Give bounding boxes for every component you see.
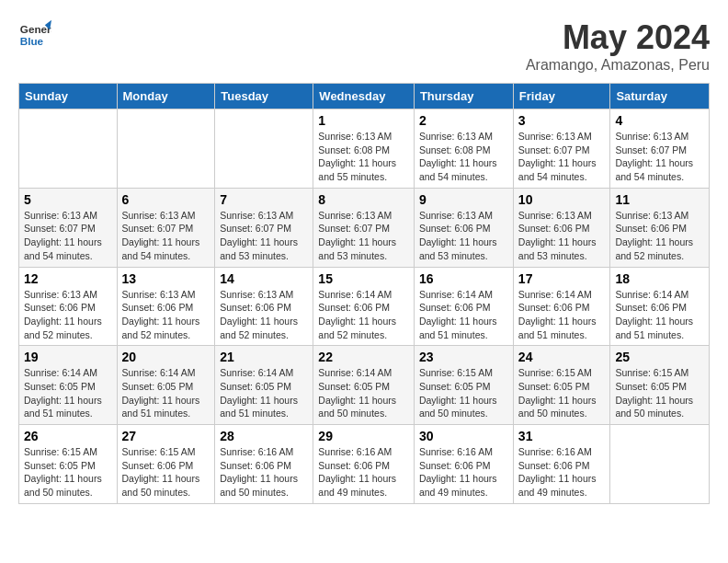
calendar-cell: 16Sunrise: 6:14 AMSunset: 6:06 PMDayligh… xyxy=(414,267,513,346)
cell-info: Sunrise: 6:13 AMSunset: 6:08 PMDaylight:… xyxy=(318,130,409,184)
calendar-cell: 8Sunrise: 6:13 AMSunset: 6:07 PMDaylight… xyxy=(313,188,415,267)
calendar-week-5: 26Sunrise: 6:15 AMSunset: 6:05 PMDayligh… xyxy=(19,425,710,504)
cell-info: Sunrise: 6:13 AMSunset: 6:06 PMDaylight:… xyxy=(518,209,606,263)
cell-info: Sunrise: 6:13 AMSunset: 6:07 PMDaylight:… xyxy=(318,209,409,263)
day-number: 21 xyxy=(220,350,308,364)
day-number: 2 xyxy=(419,113,508,128)
day-number: 30 xyxy=(419,429,508,443)
calendar-cell: 25Sunrise: 6:15 AMSunset: 6:05 PMDayligh… xyxy=(610,346,710,425)
cell-info: Sunrise: 6:14 AMSunset: 6:05 PMDaylight:… xyxy=(122,366,210,420)
day-number: 12 xyxy=(24,271,112,286)
calendar-header: SundayMondayTuesdayWednesdayThursdayFrid… xyxy=(19,84,710,109)
title-block: May 2024 Aramango, Amazonas, Peru xyxy=(526,18,710,74)
calendar-cell: 11Sunrise: 6:13 AMSunset: 6:06 PMDayligh… xyxy=(610,188,710,267)
day-number: 11 xyxy=(615,192,704,207)
calendar-cell xyxy=(117,109,215,189)
day-number: 5 xyxy=(24,192,112,207)
cell-info: Sunrise: 6:14 AMSunset: 6:06 PMDaylight:… xyxy=(615,288,704,342)
day-number: 17 xyxy=(518,271,606,286)
cell-info: Sunrise: 6:13 AMSunset: 6:06 PMDaylight:… xyxy=(220,288,308,342)
day-number: 23 xyxy=(419,350,508,364)
cell-info: Sunrise: 6:14 AMSunset: 6:06 PMDaylight:… xyxy=(419,288,508,342)
location: Aramango, Amazonas, Peru xyxy=(526,57,710,74)
calendar-cell: 28Sunrise: 6:16 AMSunset: 6:06 PMDayligh… xyxy=(215,425,313,504)
cell-info: Sunrise: 6:14 AMSunset: 6:05 PMDaylight:… xyxy=(318,366,409,420)
calendar-cell: 7Sunrise: 6:13 AMSunset: 6:07 PMDaylight… xyxy=(215,188,313,267)
day-number: 28 xyxy=(220,429,308,443)
cell-info: Sunrise: 6:13 AMSunset: 6:06 PMDaylight:… xyxy=(615,209,704,263)
day-number: 26 xyxy=(24,429,112,443)
day-number: 20 xyxy=(122,350,210,364)
calendar-cell: 4Sunrise: 6:13 AMSunset: 6:07 PMDaylight… xyxy=(610,109,710,189)
cell-info: Sunrise: 6:15 AMSunset: 6:06 PMDaylight:… xyxy=(122,445,210,500)
day-number: 24 xyxy=(518,350,606,364)
calendar-week-4: 19Sunrise: 6:14 AMSunset: 6:05 PMDayligh… xyxy=(19,346,710,425)
calendar-cell: 14Sunrise: 6:13 AMSunset: 6:06 PMDayligh… xyxy=(215,267,313,346)
calendar-cell: 12Sunrise: 6:13 AMSunset: 6:06 PMDayligh… xyxy=(19,267,118,346)
calendar-cell xyxy=(19,109,118,189)
day-header-monday: Monday xyxy=(117,84,215,109)
calendar-cell: 9Sunrise: 6:13 AMSunset: 6:06 PMDaylight… xyxy=(414,188,513,267)
calendar-cell: 10Sunrise: 6:13 AMSunset: 6:06 PMDayligh… xyxy=(513,188,610,267)
day-number: 16 xyxy=(419,271,508,286)
cell-info: Sunrise: 6:16 AMSunset: 6:06 PMDaylight:… xyxy=(318,445,409,500)
cell-info: Sunrise: 6:13 AMSunset: 6:08 PMDaylight:… xyxy=(419,130,508,184)
calendar-cell: 19Sunrise: 6:14 AMSunset: 6:05 PMDayligh… xyxy=(19,346,118,425)
cell-info: Sunrise: 6:16 AMSunset: 6:06 PMDaylight:… xyxy=(220,445,308,500)
calendar-cell: 6Sunrise: 6:13 AMSunset: 6:07 PMDaylight… xyxy=(117,188,215,267)
calendar-cell: 15Sunrise: 6:14 AMSunset: 6:06 PMDayligh… xyxy=(313,267,415,346)
day-header-saturday: Saturday xyxy=(610,84,710,109)
day-number: 29 xyxy=(318,429,409,443)
day-header-friday: Friday xyxy=(513,84,610,109)
calendar-cell: 29Sunrise: 6:16 AMSunset: 6:06 PMDayligh… xyxy=(313,425,415,504)
day-number: 25 xyxy=(615,350,704,364)
day-number: 19 xyxy=(24,350,112,364)
calendar-cell: 30Sunrise: 6:16 AMSunset: 6:06 PMDayligh… xyxy=(414,425,513,504)
day-number: 10 xyxy=(518,192,606,207)
calendar-cell: 22Sunrise: 6:14 AMSunset: 6:05 PMDayligh… xyxy=(313,346,415,425)
cell-info: Sunrise: 6:16 AMSunset: 6:06 PMDaylight:… xyxy=(518,445,606,500)
logo-icon: General Blue xyxy=(18,18,51,52)
cell-info: Sunrise: 6:13 AMSunset: 6:06 PMDaylight:… xyxy=(122,288,210,342)
day-number: 18 xyxy=(615,271,704,286)
day-header-thursday: Thursday xyxy=(414,84,513,109)
day-header-wednesday: Wednesday xyxy=(313,84,415,109)
calendar-cell: 2Sunrise: 6:13 AMSunset: 6:08 PMDaylight… xyxy=(414,109,513,189)
day-number: 1 xyxy=(318,113,409,128)
calendar-cell: 26Sunrise: 6:15 AMSunset: 6:05 PMDayligh… xyxy=(19,425,118,504)
calendar-week-3: 12Sunrise: 6:13 AMSunset: 6:06 PMDayligh… xyxy=(19,267,710,346)
day-number: 6 xyxy=(122,192,210,207)
calendar-cell: 18Sunrise: 6:14 AMSunset: 6:06 PMDayligh… xyxy=(610,267,710,346)
calendar-cell xyxy=(215,109,313,189)
cell-info: Sunrise: 6:15 AMSunset: 6:05 PMDaylight:… xyxy=(419,366,508,420)
cell-info: Sunrise: 6:13 AMSunset: 6:06 PMDaylight:… xyxy=(24,288,112,342)
cell-info: Sunrise: 6:14 AMSunset: 6:05 PMDaylight:… xyxy=(24,366,112,420)
calendar-week-1: 1Sunrise: 6:13 AMSunset: 6:08 PMDaylight… xyxy=(19,109,710,189)
calendar-cell: 31Sunrise: 6:16 AMSunset: 6:06 PMDayligh… xyxy=(513,425,610,504)
calendar-week-2: 5Sunrise: 6:13 AMSunset: 6:07 PMDaylight… xyxy=(19,188,710,267)
day-number: 8 xyxy=(318,192,409,207)
day-header-tuesday: Tuesday xyxy=(215,84,313,109)
svg-text:Blue: Blue xyxy=(20,35,44,47)
calendar-cell: 17Sunrise: 6:14 AMSunset: 6:06 PMDayligh… xyxy=(513,267,610,346)
calendar-cell: 24Sunrise: 6:15 AMSunset: 6:05 PMDayligh… xyxy=(513,346,610,425)
calendar-cell: 5Sunrise: 6:13 AMSunset: 6:07 PMDaylight… xyxy=(19,188,118,267)
cell-info: Sunrise: 6:15 AMSunset: 6:05 PMDaylight:… xyxy=(24,445,112,500)
cell-info: Sunrise: 6:13 AMSunset: 6:07 PMDaylight:… xyxy=(122,209,210,263)
cell-info: Sunrise: 6:13 AMSunset: 6:07 PMDaylight:… xyxy=(24,209,112,263)
calendar-cell: 23Sunrise: 6:15 AMSunset: 6:05 PMDayligh… xyxy=(414,346,513,425)
cell-info: Sunrise: 6:13 AMSunset: 6:07 PMDaylight:… xyxy=(615,130,704,184)
day-number: 9 xyxy=(419,192,508,207)
cell-info: Sunrise: 6:13 AMSunset: 6:07 PMDaylight:… xyxy=(518,130,606,184)
calendar-cell: 13Sunrise: 6:13 AMSunset: 6:06 PMDayligh… xyxy=(117,267,215,346)
day-number: 13 xyxy=(122,271,210,286)
day-number: 14 xyxy=(220,271,308,286)
cell-info: Sunrise: 6:14 AMSunset: 6:05 PMDaylight:… xyxy=(220,366,308,420)
cell-info: Sunrise: 6:13 AMSunset: 6:07 PMDaylight:… xyxy=(220,209,308,263)
calendar-cell xyxy=(610,425,710,504)
calendar-table: SundayMondayTuesdayWednesdayThursdayFrid… xyxy=(18,83,710,504)
calendar-cell: 21Sunrise: 6:14 AMSunset: 6:05 PMDayligh… xyxy=(215,346,313,425)
month-year: May 2024 xyxy=(526,18,710,57)
cell-info: Sunrise: 6:15 AMSunset: 6:05 PMDaylight:… xyxy=(518,366,606,420)
day-number: 22 xyxy=(318,350,409,364)
